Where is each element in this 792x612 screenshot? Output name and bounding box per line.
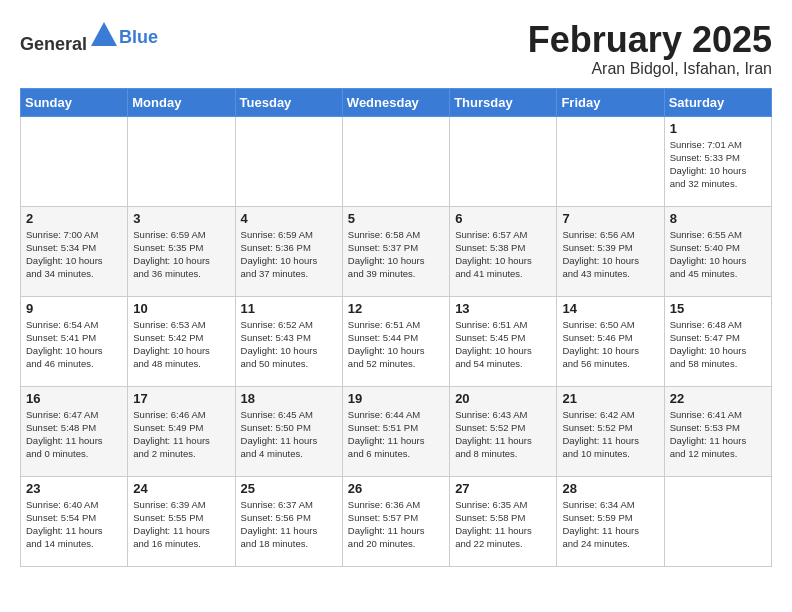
day-info: Sunrise: 6:57 AM Sunset: 5:38 PM Dayligh… (455, 228, 551, 281)
day-info: Sunrise: 6:45 AM Sunset: 5:50 PM Dayligh… (241, 408, 337, 461)
day-info: Sunrise: 6:47 AM Sunset: 5:48 PM Dayligh… (26, 408, 122, 461)
day-number: 19 (348, 391, 444, 406)
day-number: 1 (670, 121, 766, 136)
logo-general-text: General (20, 34, 87, 54)
logo: General Blue (20, 20, 158, 55)
day-number: 13 (455, 301, 551, 316)
day-number: 24 (133, 481, 229, 496)
day-info: Sunrise: 6:44 AM Sunset: 5:51 PM Dayligh… (348, 408, 444, 461)
day-number: 7 (562, 211, 658, 226)
day-info: Sunrise: 6:40 AM Sunset: 5:54 PM Dayligh… (26, 498, 122, 551)
calendar-cell: 5Sunrise: 6:58 AM Sunset: 5:37 PM Daylig… (342, 206, 449, 296)
calendar-cell (557, 116, 664, 206)
calendar-cell: 11Sunrise: 6:52 AM Sunset: 5:43 PM Dayli… (235, 296, 342, 386)
svg-marker-0 (91, 22, 117, 46)
day-info: Sunrise: 6:35 AM Sunset: 5:58 PM Dayligh… (455, 498, 551, 551)
day-number: 3 (133, 211, 229, 226)
day-info: Sunrise: 6:34 AM Sunset: 5:59 PM Dayligh… (562, 498, 658, 551)
location-title: Aran Bidgol, Isfahan, Iran (528, 60, 772, 78)
day-info: Sunrise: 6:48 AM Sunset: 5:47 PM Dayligh… (670, 318, 766, 371)
calendar-cell: 13Sunrise: 6:51 AM Sunset: 5:45 PM Dayli… (450, 296, 557, 386)
day-number: 15 (670, 301, 766, 316)
calendar-cell (450, 116, 557, 206)
day-info: Sunrise: 6:42 AM Sunset: 5:52 PM Dayligh… (562, 408, 658, 461)
calendar-cell: 14Sunrise: 6:50 AM Sunset: 5:46 PM Dayli… (557, 296, 664, 386)
day-number: 14 (562, 301, 658, 316)
day-info: Sunrise: 6:37 AM Sunset: 5:56 PM Dayligh… (241, 498, 337, 551)
calendar-cell: 17Sunrise: 6:46 AM Sunset: 5:49 PM Dayli… (128, 386, 235, 476)
day-number: 8 (670, 211, 766, 226)
logo-icon (89, 20, 119, 50)
day-number: 6 (455, 211, 551, 226)
day-number: 4 (241, 211, 337, 226)
weekday-header-row: SundayMondayTuesdayWednesdayThursdayFrid… (21, 88, 772, 116)
calendar-cell: 26Sunrise: 6:36 AM Sunset: 5:57 PM Dayli… (342, 476, 449, 566)
day-number: 23 (26, 481, 122, 496)
day-number: 11 (241, 301, 337, 316)
calendar-cell: 7Sunrise: 6:56 AM Sunset: 5:39 PM Daylig… (557, 206, 664, 296)
page-header: General Blue February 2025 Aran Bidgol, … (20, 20, 772, 78)
calendar-week-1: 2Sunrise: 7:00 AM Sunset: 5:34 PM Daylig… (21, 206, 772, 296)
weekday-header-friday: Friday (557, 88, 664, 116)
day-number: 22 (670, 391, 766, 406)
day-number: 21 (562, 391, 658, 406)
day-number: 28 (562, 481, 658, 496)
calendar-week-0: 1Sunrise: 7:01 AM Sunset: 5:33 PM Daylig… (21, 116, 772, 206)
day-info: Sunrise: 6:53 AM Sunset: 5:42 PM Dayligh… (133, 318, 229, 371)
day-info: Sunrise: 6:56 AM Sunset: 5:39 PM Dayligh… (562, 228, 658, 281)
day-info: Sunrise: 6:59 AM Sunset: 5:35 PM Dayligh… (133, 228, 229, 281)
calendar-cell: 20Sunrise: 6:43 AM Sunset: 5:52 PM Dayli… (450, 386, 557, 476)
day-info: Sunrise: 6:41 AM Sunset: 5:53 PM Dayligh… (670, 408, 766, 461)
calendar-cell: 16Sunrise: 6:47 AM Sunset: 5:48 PM Dayli… (21, 386, 128, 476)
day-info: Sunrise: 7:01 AM Sunset: 5:33 PM Dayligh… (670, 138, 766, 191)
calendar-cell: 24Sunrise: 6:39 AM Sunset: 5:55 PM Dayli… (128, 476, 235, 566)
day-info: Sunrise: 6:58 AM Sunset: 5:37 PM Dayligh… (348, 228, 444, 281)
calendar-cell (21, 116, 128, 206)
calendar-cell: 18Sunrise: 6:45 AM Sunset: 5:50 PM Dayli… (235, 386, 342, 476)
calendar-cell: 2Sunrise: 7:00 AM Sunset: 5:34 PM Daylig… (21, 206, 128, 296)
calendar-cell: 3Sunrise: 6:59 AM Sunset: 5:35 PM Daylig… (128, 206, 235, 296)
day-info: Sunrise: 6:59 AM Sunset: 5:36 PM Dayligh… (241, 228, 337, 281)
calendar-cell: 9Sunrise: 6:54 AM Sunset: 5:41 PM Daylig… (21, 296, 128, 386)
day-info: Sunrise: 6:52 AM Sunset: 5:43 PM Dayligh… (241, 318, 337, 371)
calendar-cell: 4Sunrise: 6:59 AM Sunset: 5:36 PM Daylig… (235, 206, 342, 296)
calendar-cell (128, 116, 235, 206)
calendar-cell (235, 116, 342, 206)
calendar-table: SundayMondayTuesdayWednesdayThursdayFrid… (20, 88, 772, 567)
month-title: February 2025 (528, 20, 772, 60)
day-info: Sunrise: 6:46 AM Sunset: 5:49 PM Dayligh… (133, 408, 229, 461)
weekday-header-tuesday: Tuesday (235, 88, 342, 116)
calendar-cell: 19Sunrise: 6:44 AM Sunset: 5:51 PM Dayli… (342, 386, 449, 476)
calendar-week-4: 23Sunrise: 6:40 AM Sunset: 5:54 PM Dayli… (21, 476, 772, 566)
weekday-header-thursday: Thursday (450, 88, 557, 116)
title-section: February 2025 Aran Bidgol, Isfahan, Iran (528, 20, 772, 78)
day-info: Sunrise: 7:00 AM Sunset: 5:34 PM Dayligh… (26, 228, 122, 281)
calendar-cell: 25Sunrise: 6:37 AM Sunset: 5:56 PM Dayli… (235, 476, 342, 566)
day-number: 20 (455, 391, 551, 406)
day-info: Sunrise: 6:55 AM Sunset: 5:40 PM Dayligh… (670, 228, 766, 281)
day-info: Sunrise: 6:36 AM Sunset: 5:57 PM Dayligh… (348, 498, 444, 551)
calendar-cell: 23Sunrise: 6:40 AM Sunset: 5:54 PM Dayli… (21, 476, 128, 566)
day-number: 5 (348, 211, 444, 226)
day-number: 16 (26, 391, 122, 406)
day-info: Sunrise: 6:43 AM Sunset: 5:52 PM Dayligh… (455, 408, 551, 461)
weekday-header-monday: Monday (128, 88, 235, 116)
day-number: 27 (455, 481, 551, 496)
calendar-cell: 12Sunrise: 6:51 AM Sunset: 5:44 PM Dayli… (342, 296, 449, 386)
calendar-cell: 27Sunrise: 6:35 AM Sunset: 5:58 PM Dayli… (450, 476, 557, 566)
day-number: 17 (133, 391, 229, 406)
calendar-cell: 21Sunrise: 6:42 AM Sunset: 5:52 PM Dayli… (557, 386, 664, 476)
day-info: Sunrise: 6:50 AM Sunset: 5:46 PM Dayligh… (562, 318, 658, 371)
logo-blue-text: Blue (119, 27, 158, 47)
calendar-week-3: 16Sunrise: 6:47 AM Sunset: 5:48 PM Dayli… (21, 386, 772, 476)
day-number: 2 (26, 211, 122, 226)
day-number: 9 (26, 301, 122, 316)
calendar-cell (342, 116, 449, 206)
day-info: Sunrise: 6:51 AM Sunset: 5:45 PM Dayligh… (455, 318, 551, 371)
calendar-cell (664, 476, 771, 566)
calendar-cell: 10Sunrise: 6:53 AM Sunset: 5:42 PM Dayli… (128, 296, 235, 386)
day-info: Sunrise: 6:39 AM Sunset: 5:55 PM Dayligh… (133, 498, 229, 551)
weekday-header-wednesday: Wednesday (342, 88, 449, 116)
calendar-week-2: 9Sunrise: 6:54 AM Sunset: 5:41 PM Daylig… (21, 296, 772, 386)
day-info: Sunrise: 6:54 AM Sunset: 5:41 PM Dayligh… (26, 318, 122, 371)
